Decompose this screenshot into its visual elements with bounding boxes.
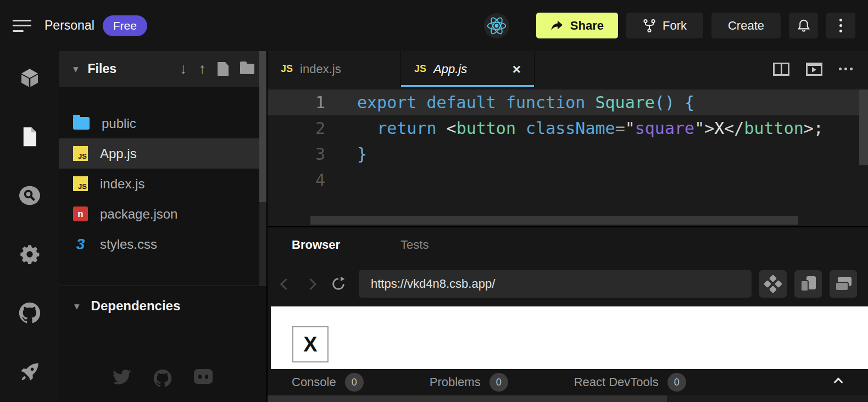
editor-hscrollbar-thumb[interactable]	[310, 216, 798, 225]
file-row-index.js[interactable]: JSindex.js	[59, 169, 266, 199]
line-number: 4	[268, 167, 325, 193]
responsive-mode-button[interactable]	[794, 270, 822, 298]
devtools-label: React DevTools	[574, 375, 659, 389]
gear-icon[interactable]	[18, 242, 42, 266]
new-folder-icon[interactable]	[240, 64, 254, 74]
editor-tabbar-actions	[773, 51, 868, 87]
url-input[interactable]: https://vkd4n8.csb.app/	[359, 270, 752, 298]
notifications-button[interactable]	[789, 13, 818, 38]
chevron-up-icon[interactable]	[834, 378, 843, 387]
editor-tabs: JSindex.jsJSApp.js×	[268, 51, 535, 87]
editor-more-icon[interactable]	[839, 68, 853, 70]
url-text: https://vkd4n8.csb.app/	[371, 277, 495, 291]
github-link-icon[interactable]	[153, 369, 172, 388]
fork-button[interactable]: Fork	[626, 13, 703, 38]
github-icon[interactable]	[18, 301, 42, 325]
editor-tab-bar: JSindex.jsJSApp.js×	[268, 51, 868, 87]
editor-tab-index.js[interactable]: JSindex.js	[268, 51, 401, 87]
file-row-public[interactable]: public	[59, 108, 266, 138]
files-header: ▾ Files ↓ ↑	[59, 51, 266, 87]
file-row-package.json[interactable]: npackage.json	[59, 199, 266, 229]
file-name: styles.css	[100, 237, 157, 252]
file-row-styles.css[interactable]: 3styles.css	[59, 229, 266, 259]
devtools-tab-react-devtools[interactable]: React DevTools0	[574, 373, 686, 392]
code-line-2[interactable]: 2 return <button className="square">X</b…	[268, 115, 868, 141]
code-lines: 1export default function Square() {2 ret…	[268, 90, 868, 193]
open-new-window-button[interactable]	[830, 270, 857, 298]
bell-icon	[797, 18, 811, 34]
devtools-tab-console[interactable]: Console0	[292, 373, 364, 392]
editor-tab-App.js[interactable]: JSApp.js×	[401, 51, 535, 87]
explorer-scrollbar-thumb[interactable]	[259, 51, 266, 202]
split-view-icon[interactable]	[773, 63, 789, 76]
refresh-icon[interactable]	[330, 276, 347, 292]
preview-window-icon[interactable]	[806, 63, 822, 76]
download-icon[interactable]: ↓	[180, 62, 187, 76]
line-text: }	[325, 141, 367, 167]
tab-label: App.js	[433, 62, 467, 76]
count-badge: 0	[489, 373, 508, 392]
panel-scrollbar-thumb[interactable]	[268, 395, 667, 402]
square-button[interactable]: X	[292, 326, 329, 362]
files-caret-icon[interactable]: ▾	[73, 63, 79, 75]
diamonds-icon	[765, 276, 781, 292]
windows-icon	[835, 277, 852, 291]
js-file-icon: JS	[73, 176, 88, 191]
file-list: publicJSApp.jsJSindex.jsnpackage.json3st…	[59, 87, 266, 259]
file-name: App.js	[100, 146, 137, 161]
dependencies-header[interactable]: ▾ Dependencies	[59, 286, 266, 314]
js-file-icon: JS	[73, 146, 88, 161]
share-button[interactable]: Share	[536, 13, 618, 38]
dependencies-caret-icon[interactable]: ▾	[74, 300, 80, 312]
new-file-icon[interactable]	[218, 62, 229, 76]
explorer-panel: ▾ Files ↓ ↑ publicJSApp.jsJSindex.jsnpac…	[59, 51, 266, 402]
preview-actions-button[interactable]	[759, 270, 787, 298]
code-line-4[interactable]: 4	[268, 167, 868, 193]
line-number: 3	[268, 141, 325, 167]
file-name: public	[102, 116, 136, 131]
upload-icon[interactable]: ↑	[199, 62, 207, 76]
editor-region: JSindex.jsJSApp.js× 1export default func…	[266, 51, 868, 226]
code-editor[interactable]: 1export default function Square() {2 ret…	[268, 87, 868, 226]
preview-tab-tests[interactable]: Tests	[400, 238, 429, 252]
tab-label: index.js	[300, 62, 341, 76]
explorer-scrollbar-track	[259, 202, 266, 286]
explorer-file-icon[interactable]	[18, 125, 42, 149]
menu-icon[interactable]	[13, 20, 31, 32]
forward-icon[interactable]	[305, 278, 316, 289]
sandbox-cube-icon[interactable]	[18, 66, 42, 90]
file-name: package.json	[100, 206, 177, 222]
devices-icon	[800, 276, 816, 292]
rocket-icon[interactable]	[18, 360, 42, 384]
code-line-1[interactable]: 1export default function Square() {	[268, 90, 868, 115]
file-name: index.js	[100, 176, 144, 192]
line-number: 2	[268, 115, 325, 141]
code-line-3[interactable]: 3}	[268, 141, 868, 167]
dependencies-title: Dependencies	[91, 298, 181, 314]
workspace-name[interactable]: Personal	[44, 18, 94, 33]
preview-tab-browser[interactable]: Browser	[292, 238, 340, 252]
more-options-button[interactable]	[826, 13, 855, 38]
close-icon[interactable]: ×	[513, 62, 521, 76]
discord-icon[interactable]	[194, 369, 213, 384]
activity-bar	[0, 51, 59, 402]
react-logo-button[interactable]	[484, 13, 509, 38]
file-row-App.js[interactable]: JSApp.js	[59, 138, 266, 169]
devtools-tab-problems[interactable]: Problems0	[430, 373, 508, 392]
share-arrow-icon	[550, 20, 564, 32]
js-icon: JS	[281, 63, 293, 75]
react-logo-icon	[487, 16, 507, 36]
line-text: return <button className="square">X</but…	[325, 115, 824, 141]
kebab-menu-icon	[839, 19, 842, 32]
twitter-icon[interactable]	[113, 369, 131, 388]
npm-file-icon: n	[73, 206, 88, 221]
count-badge: 0	[345, 373, 364, 392]
preview-panel: BrowserTests https://vkd4n8.csb.app/	[266, 226, 868, 402]
devtools-bar: Console0Problems0React DevTools0	[268, 369, 868, 395]
create-button[interactable]: Create	[711, 13, 781, 38]
search-icon[interactable]	[18, 183, 42, 208]
top-bar: Personal Free Share	[0, 0, 868, 51]
back-icon[interactable]	[280, 278, 292, 289]
codesandbox-app: Personal Free Share	[0, 0, 868, 402]
editor-vscrollbar-thumb[interactable]	[859, 90, 868, 165]
